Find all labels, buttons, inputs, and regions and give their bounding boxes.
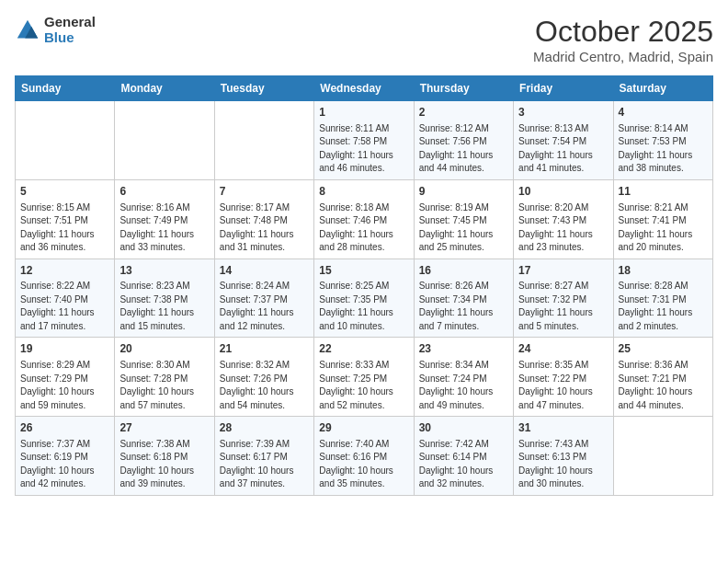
day-number: 3 xyxy=(518,105,608,121)
day-header-monday: Monday xyxy=(115,76,214,101)
day-number: 25 xyxy=(619,341,708,357)
cell-content: Sunrise: 8:24 AM Sunset: 7:37 PM Dayligh… xyxy=(220,280,309,333)
day-number: 5 xyxy=(20,184,109,200)
calendar-cell: 13Sunrise: 8:23 AM Sunset: 7:38 PM Dayli… xyxy=(115,259,214,338)
cell-content: Sunrise: 8:19 AM Sunset: 7:45 PM Dayligh… xyxy=(419,201,508,255)
cell-content: Sunrise: 7:38 AM Sunset: 6:18 PM Dayligh… xyxy=(119,438,209,491)
day-number: 10 xyxy=(518,184,608,200)
cell-content: Sunrise: 8:22 AM Sunset: 7:40 PM Dayligh… xyxy=(20,280,109,333)
cell-content: Sunrise: 8:11 AM Sunset: 7:58 PM Dayligh… xyxy=(319,122,408,176)
cell-content: Sunrise: 7:37 AM Sunset: 6:19 PM Dayligh… xyxy=(20,438,109,491)
cell-content: Sunrise: 8:17 AM Sunset: 7:48 PM Dayligh… xyxy=(220,201,309,255)
day-number: 1 xyxy=(319,105,408,121)
calendar-cell: 9Sunrise: 8:19 AM Sunset: 7:45 PM Daylig… xyxy=(414,179,513,259)
cell-content: Sunrise: 8:36 AM Sunset: 7:21 PM Dayligh… xyxy=(619,359,708,412)
cell-content: Sunrise: 8:27 AM Sunset: 7:32 PM Dayligh… xyxy=(518,280,608,333)
day-number: 20 xyxy=(119,341,209,357)
calendar-week-row: 12Sunrise: 8:22 AM Sunset: 7:40 PM Dayli… xyxy=(16,259,713,338)
month-title: October 2025 xyxy=(533,15,713,49)
calendar-cell: 5Sunrise: 8:15 AM Sunset: 7:51 PM Daylig… xyxy=(16,179,115,259)
cell-content: Sunrise: 8:23 AM Sunset: 7:38 PM Dayligh… xyxy=(119,280,209,333)
day-number: 27 xyxy=(119,420,209,436)
day-number: 16 xyxy=(419,263,508,279)
logo-text: General Blue xyxy=(44,15,96,45)
day-header-sunday: Sunday xyxy=(16,76,115,101)
cell-content: Sunrise: 7:42 AM Sunset: 6:14 PM Dayligh… xyxy=(419,438,508,491)
day-number: 24 xyxy=(518,341,608,357)
calendar-cell xyxy=(613,417,712,496)
cell-content: Sunrise: 8:20 AM Sunset: 7:43 PM Dayligh… xyxy=(518,201,608,255)
day-number: 4 xyxy=(619,105,708,121)
calendar-cell: 28Sunrise: 7:39 AM Sunset: 6:17 PM Dayli… xyxy=(214,417,313,496)
calendar-cell: 1Sunrise: 8:11 AM Sunset: 7:58 PM Daylig… xyxy=(314,101,414,180)
calendar-cell: 17Sunrise: 8:27 AM Sunset: 7:32 PM Dayli… xyxy=(514,259,613,338)
calendar-cell xyxy=(115,101,214,180)
calendar-cell: 2Sunrise: 8:12 AM Sunset: 7:56 PM Daylig… xyxy=(414,101,513,180)
calendar-cell: 16Sunrise: 8:26 AM Sunset: 7:34 PM Dayli… xyxy=(414,259,513,338)
calendar-cell: 6Sunrise: 8:16 AM Sunset: 7:49 PM Daylig… xyxy=(115,179,214,259)
day-number: 23 xyxy=(419,341,508,357)
day-number: 17 xyxy=(518,263,608,279)
calendar-cell: 4Sunrise: 8:14 AM Sunset: 7:53 PM Daylig… xyxy=(613,101,712,180)
cell-content: Sunrise: 8:13 AM Sunset: 7:54 PM Dayligh… xyxy=(518,122,608,176)
day-number: 9 xyxy=(419,184,508,200)
calendar-header-row: SundayMondayTuesdayWednesdayThursdayFrid… xyxy=(16,76,713,101)
day-number: 7 xyxy=(220,184,309,200)
calendar-week-row: 1Sunrise: 8:11 AM Sunset: 7:58 PM Daylig… xyxy=(16,101,713,180)
calendar-cell: 31Sunrise: 7:43 AM Sunset: 6:13 PM Dayli… xyxy=(514,417,613,496)
calendar-cell: 11Sunrise: 8:21 AM Sunset: 7:41 PM Dayli… xyxy=(613,179,712,259)
day-number: 21 xyxy=(220,341,309,357)
location: Madrid Centro, Madrid, Spain xyxy=(533,49,713,64)
day-header-thursday: Thursday xyxy=(414,76,513,101)
calendar-cell: 18Sunrise: 8:28 AM Sunset: 7:31 PM Dayli… xyxy=(613,259,712,338)
logo-icon xyxy=(15,17,40,43)
cell-content: Sunrise: 8:18 AM Sunset: 7:46 PM Dayligh… xyxy=(319,201,408,255)
cell-content: Sunrise: 8:34 AM Sunset: 7:24 PM Dayligh… xyxy=(419,359,508,412)
calendar-cell: 10Sunrise: 8:20 AM Sunset: 7:43 PM Dayli… xyxy=(514,179,613,259)
calendar-cell: 20Sunrise: 8:30 AM Sunset: 7:28 PM Dayli… xyxy=(115,338,214,417)
calendar-body: 1Sunrise: 8:11 AM Sunset: 7:58 PM Daylig… xyxy=(16,101,713,496)
calendar-cell: 25Sunrise: 8:36 AM Sunset: 7:21 PM Dayli… xyxy=(613,338,712,417)
calendar-cell: 8Sunrise: 8:18 AM Sunset: 7:46 PM Daylig… xyxy=(314,179,414,259)
day-number: 2 xyxy=(419,105,508,121)
day-number: 19 xyxy=(20,341,109,357)
day-number: 14 xyxy=(220,263,309,279)
cell-content: Sunrise: 8:26 AM Sunset: 7:34 PM Dayligh… xyxy=(419,280,508,333)
calendar-cell: 15Sunrise: 8:25 AM Sunset: 7:35 PM Dayli… xyxy=(314,259,414,338)
calendar-cell: 29Sunrise: 7:40 AM Sunset: 6:16 PM Dayli… xyxy=(314,417,414,496)
day-number: 30 xyxy=(419,420,508,436)
calendar-cell xyxy=(214,101,313,180)
calendar-cell: 30Sunrise: 7:42 AM Sunset: 6:14 PM Dayli… xyxy=(414,417,513,496)
day-number: 26 xyxy=(20,420,109,436)
cell-content: Sunrise: 8:29 AM Sunset: 7:29 PM Dayligh… xyxy=(20,359,109,412)
day-number: 31 xyxy=(518,420,608,436)
cell-content: Sunrise: 8:35 AM Sunset: 7:22 PM Dayligh… xyxy=(518,359,608,412)
cell-content: Sunrise: 7:39 AM Sunset: 6:17 PM Dayligh… xyxy=(220,438,309,491)
cell-content: Sunrise: 8:25 AM Sunset: 7:35 PM Dayligh… xyxy=(319,280,408,333)
calendar-week-row: 5Sunrise: 8:15 AM Sunset: 7:51 PM Daylig… xyxy=(16,179,713,259)
cell-content: Sunrise: 7:43 AM Sunset: 6:13 PM Dayligh… xyxy=(518,438,608,491)
calendar-cell: 22Sunrise: 8:33 AM Sunset: 7:25 PM Dayli… xyxy=(314,338,414,417)
cell-content: Sunrise: 8:14 AM Sunset: 7:53 PM Dayligh… xyxy=(619,122,708,176)
calendar-cell: 27Sunrise: 7:38 AM Sunset: 6:18 PM Dayli… xyxy=(115,417,214,496)
day-number: 18 xyxy=(619,263,708,279)
cell-content: Sunrise: 7:40 AM Sunset: 6:16 PM Dayligh… xyxy=(319,438,408,491)
day-number: 13 xyxy=(119,263,209,279)
day-header-wednesday: Wednesday xyxy=(314,76,414,101)
day-number: 28 xyxy=(220,420,309,436)
day-number: 22 xyxy=(319,341,408,357)
logo: General Blue xyxy=(15,15,96,45)
cell-content: Sunrise: 8:16 AM Sunset: 7:49 PM Dayligh… xyxy=(119,201,209,255)
cell-content: Sunrise: 8:28 AM Sunset: 7:31 PM Dayligh… xyxy=(619,280,708,333)
day-number: 12 xyxy=(20,263,109,279)
calendar-cell: 26Sunrise: 7:37 AM Sunset: 6:19 PM Dayli… xyxy=(16,417,115,496)
day-header-friday: Friday xyxy=(514,76,613,101)
day-number: 29 xyxy=(319,420,408,436)
cell-content: Sunrise: 8:32 AM Sunset: 7:26 PM Dayligh… xyxy=(220,359,309,412)
calendar-cell: 24Sunrise: 8:35 AM Sunset: 7:22 PM Dayli… xyxy=(514,338,613,417)
cell-content: Sunrise: 8:21 AM Sunset: 7:41 PM Dayligh… xyxy=(619,201,708,255)
cell-content: Sunrise: 8:15 AM Sunset: 7:51 PM Dayligh… xyxy=(20,201,109,255)
calendar-cell: 23Sunrise: 8:34 AM Sunset: 7:24 PM Dayli… xyxy=(414,338,513,417)
day-number: 6 xyxy=(119,184,209,200)
calendar-week-row: 19Sunrise: 8:29 AM Sunset: 7:29 PM Dayli… xyxy=(16,338,713,417)
